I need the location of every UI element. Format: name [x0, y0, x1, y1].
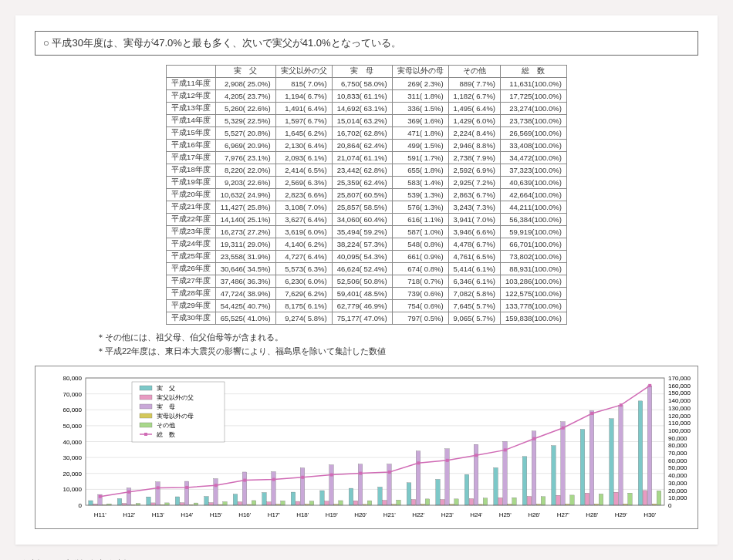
svg-text:40,000: 40,000 [63, 439, 83, 446]
svg-text:H13': H13' [152, 511, 165, 518]
svg-text:H27': H27' [557, 511, 570, 518]
svg-rect-87 [411, 500, 416, 505]
svg-rect-156 [99, 495, 102, 498]
svg-rect-63 [291, 492, 296, 505]
svg-rect-100 [214, 479, 218, 505]
svg-text:H28': H28' [586, 511, 599, 518]
svg-text:50,000: 50,000 [63, 423, 83, 430]
svg-rect-64 [320, 491, 325, 505]
svg-rect-98 [156, 482, 160, 505]
svg-rect-86 [383, 501, 387, 505]
svg-text:H30': H30' [643, 511, 657, 518]
svg-rect-182 [140, 404, 152, 409]
svg-rect-74 [610, 419, 614, 505]
chart-svg: 010,00020,00030,00040,00050,00060,00070,… [47, 374, 703, 521]
svg-text:70,000: 70,000 [63, 391, 83, 398]
svg-rect-142 [281, 501, 285, 506]
svg-rect-91 [527, 497, 532, 505]
table-row: 平成24年度19,311( 29.0%)4,140( 6.2%)38,224( … [167, 238, 567, 251]
col-header: 総 数 [501, 66, 567, 78]
svg-rect-57 [117, 499, 122, 506]
document-page: 平成30年度は、実母が47.0%と最も多く、次いで実父が41.0%となっている。… [15, 15, 718, 545]
svg-text:H25': H25' [499, 511, 512, 518]
svg-text:120,000: 120,000 [668, 413, 691, 420]
table-row: 平成16年度6,969( 20.9%)2,130( 6.4%)20,864( 6… [167, 140, 567, 152]
svg-rect-65 [349, 488, 353, 505]
table-row: 平成23年度16,273( 27.2%)3,619( 6.0%)35,494( … [167, 226, 567, 238]
svg-rect-159 [185, 486, 188, 489]
svg-rect-166 [388, 471, 391, 474]
svg-rect-115 [647, 386, 652, 505]
svg-rect-158 [157, 487, 160, 490]
svg-rect-109 [474, 444, 478, 505]
svg-rect-169 [475, 454, 478, 457]
svg-text:10,000: 10,000 [63, 487, 83, 494]
svg-rect-102 [272, 472, 276, 505]
svg-rect-94 [614, 492, 619, 505]
svg-rect-172 [562, 427, 565, 430]
table-row: 平成14年度5,329( 22.5%)1,597( 6.7%)15,014( 6… [167, 115, 567, 127]
svg-rect-106 [387, 464, 392, 505]
svg-text:H19': H19' [326, 511, 339, 518]
svg-rect-72 [552, 446, 556, 505]
svg-text:80,000: 80,000 [668, 443, 687, 450]
svg-rect-143 [309, 501, 314, 505]
svg-rect-79 [180, 503, 184, 505]
svg-rect-175 [648, 384, 651, 387]
svg-text:H11': H11' [94, 511, 107, 518]
svg-rect-111 [532, 431, 536, 505]
svg-rect-101 [242, 472, 247, 505]
svg-rect-60 [204, 497, 209, 505]
source-line: 資料：厚生労働省資料 [15, 552, 718, 560]
svg-text:140,000: 140,000 [668, 397, 691, 404]
svg-rect-155 [657, 491, 661, 505]
svg-rect-95 [643, 491, 647, 505]
svg-text:H14': H14' [181, 511, 194, 518]
svg-text:H18': H18' [296, 511, 309, 518]
svg-rect-161 [243, 479, 246, 482]
data-table: 実 父実父以外の父実 母実母以外の母その他総 数 平成11年度2,908( 25… [166, 65, 567, 325]
svg-text:実　母: 実 母 [157, 403, 175, 410]
svg-rect-162 [272, 478, 275, 481]
svg-text:10,000: 10,000 [668, 494, 687, 501]
col-header: 実 父 [215, 66, 275, 78]
svg-text:150,000: 150,000 [668, 390, 691, 397]
table-row: 平成15年度5,527( 20.8%)1,645( 6.2%)16,702( 6… [167, 127, 567, 140]
table-wrap: 実 父実父以外の父実 母実母以外の母その他総 数 平成11年度2,908( 25… [35, 65, 698, 325]
svg-rect-92 [556, 495, 561, 505]
svg-rect-93 [585, 493, 589, 505]
table-row: 平成13年度5,260( 22.6%)1,491( 6.4%)14,692( 6… [167, 103, 567, 115]
svg-rect-180 [140, 395, 152, 400]
svg-rect-82 [267, 502, 272, 505]
svg-rect-147 [425, 499, 430, 505]
svg-rect-140 [223, 502, 228, 506]
svg-rect-84 [325, 501, 329, 505]
table-row: 平成18年度8,220( 22.0%)2,414( 6.5%)23,442( 6… [167, 164, 567, 177]
svg-rect-152 [570, 495, 575, 505]
svg-rect-99 [184, 481, 189, 505]
table-row: 平成29年度54,425( 40.7%)8,175( 6.1%)62,779( … [167, 300, 567, 312]
table-row: 平成26年度30,646( 34.5%)5,573( 6.3%)46,624( … [167, 263, 567, 275]
svg-rect-80 [209, 503, 214, 505]
svg-rect-178 [140, 386, 152, 390]
svg-rect-144 [339, 501, 343, 505]
svg-rect-168 [446, 459, 449, 462]
table-row: 平成25年度23,558( 31.9%)4,727( 6.4%)40,095( … [167, 251, 567, 263]
table-row: 平成30年度65,525( 41.0%)9,274( 5.8%)75,177( … [167, 312, 567, 325]
svg-rect-145 [367, 501, 372, 505]
svg-text:0: 0 [668, 502, 672, 509]
svg-text:H16': H16' [238, 511, 252, 518]
svg-text:70,000: 70,000 [668, 450, 687, 457]
svg-rect-73 [580, 430, 585, 505]
headline: 平成30年度は、実母が47.0%と最も多く、次いで実父が41.0%となっている。 [35, 31, 698, 56]
svg-rect-71 [522, 457, 527, 505]
svg-rect-69 [464, 474, 469, 505]
svg-text:総　数: 総 数 [156, 431, 175, 438]
svg-rect-170 [504, 449, 507, 452]
svg-rect-103 [300, 468, 305, 505]
svg-text:100,000: 100,000 [668, 427, 691, 434]
svg-rect-171 [532, 437, 535, 440]
svg-rect-184 [140, 413, 152, 418]
svg-rect-70 [494, 468, 498, 506]
svg-rect-89 [469, 499, 474, 506]
